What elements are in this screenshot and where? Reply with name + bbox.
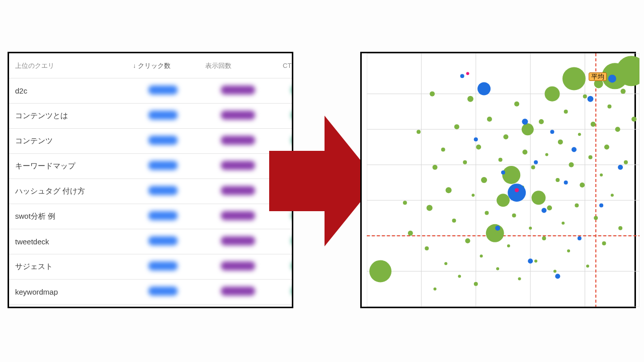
avg-label-badge: 平均	[589, 72, 607, 81]
svg-point-96	[495, 226, 500, 231]
svg-point-69	[569, 162, 574, 167]
cell-clicks	[127, 179, 199, 204]
svg-point-65	[558, 139, 563, 144]
svg-point-19	[408, 231, 413, 236]
cell-impressions	[199, 154, 277, 179]
svg-point-54	[529, 227, 532, 230]
cell-ctr	[277, 254, 293, 280]
cell-clicks	[127, 78, 199, 104]
query-table-panel: 上位のクエリ ↓クリック数 表示回数 CTR d2cコンテンツとはコンテンツキー…	[8, 52, 293, 308]
svg-point-28	[452, 219, 456, 223]
table-row[interactable]: tweetdeck	[9, 229, 293, 254]
svg-point-110	[608, 74, 616, 82]
svg-point-20	[417, 130, 421, 134]
svg-point-82	[604, 144, 609, 149]
svg-point-27	[446, 187, 452, 193]
bubble-chart-panel: 平均	[360, 52, 636, 308]
svg-point-33	[467, 96, 473, 102]
table-row[interactable]: swot分析 例	[9, 204, 293, 229]
table-row[interactable]: キーワードマップ	[9, 154, 293, 179]
table-row[interactable]: コンテンツとは	[9, 104, 293, 129]
sort-down-icon: ↓	[133, 62, 136, 69]
header-ctr[interactable]: CTR	[277, 53, 293, 78]
svg-point-76	[588, 155, 592, 159]
table-row[interactable]: コンテンツ	[9, 129, 293, 154]
cell-impressions	[199, 179, 277, 204]
svg-point-30	[458, 275, 461, 278]
header-query[interactable]: 上位のクエリ	[9, 53, 127, 78]
svg-point-88	[620, 89, 625, 94]
svg-point-22	[427, 205, 433, 211]
svg-point-105	[564, 180, 568, 185]
table-row[interactable]: keywordmap	[9, 280, 293, 305]
table-row[interactable]: d2c	[9, 78, 293, 104]
svg-point-98	[508, 184, 526, 202]
cell-query: サジェスト	[9, 254, 127, 280]
svg-point-112	[466, 72, 469, 75]
svg-point-46	[507, 244, 510, 247]
svg-point-37	[480, 254, 483, 257]
svg-point-72	[578, 133, 581, 136]
svg-point-64	[555, 178, 559, 182]
svg-point-43	[499, 158, 503, 162]
svg-point-89	[624, 160, 628, 164]
svg-point-45	[503, 134, 508, 139]
header-clicks[interactable]: ↓クリック数	[127, 53, 199, 78]
svg-point-67	[564, 110, 568, 114]
svg-point-34	[471, 194, 474, 197]
svg-point-47	[502, 166, 520, 184]
cell-clicks	[127, 254, 199, 280]
svg-point-52	[522, 150, 527, 155]
svg-point-80	[600, 173, 603, 176]
svg-point-86	[615, 127, 620, 132]
svg-point-84	[611, 194, 614, 197]
svg-point-36	[476, 144, 481, 149]
svg-point-59	[542, 236, 546, 240]
cell-clicks	[127, 104, 199, 129]
svg-point-75	[586, 264, 589, 267]
svg-point-70	[562, 67, 586, 90]
cell-impressions	[199, 229, 277, 254]
cell-query: コンテンツとは	[9, 104, 127, 129]
table-row[interactable]: ハッシュタグ 付け方	[9, 179, 293, 204]
cell-query: tweetdeck	[9, 229, 127, 254]
svg-point-102	[541, 208, 546, 213]
svg-point-109	[599, 203, 603, 207]
svg-point-35	[474, 282, 478, 286]
svg-point-66	[561, 222, 565, 225]
cell-impressions	[199, 104, 277, 129]
cell-impressions	[199, 78, 277, 104]
cell-clicks	[127, 129, 199, 154]
cell-ctr	[277, 280, 293, 305]
svg-point-91	[631, 117, 636, 122]
svg-point-17	[369, 260, 391, 282]
svg-point-74	[583, 95, 587, 99]
svg-point-92	[430, 92, 435, 97]
table-row[interactable]: サジェスト	[9, 254, 293, 280]
header-impressions[interactable]: 表示回数	[199, 53, 277, 78]
svg-point-93	[460, 74, 464, 78]
svg-point-111	[618, 165, 623, 170]
svg-point-71	[575, 203, 579, 207]
svg-point-94	[474, 137, 478, 141]
header-clicks-label: クリック数	[138, 62, 171, 69]
svg-point-31	[463, 160, 467, 164]
svg-point-24	[433, 165, 438, 170]
cell-clicks	[127, 204, 199, 229]
svg-point-53	[522, 123, 534, 135]
query-table: 上位のクエリ ↓クリック数 表示回数 CTR d2cコンテンツとはコンテンツキー…	[9, 53, 293, 305]
svg-point-48	[512, 214, 516, 218]
cell-query: キーワードマップ	[9, 154, 127, 179]
svg-point-58	[539, 119, 544, 124]
svg-point-38	[481, 177, 487, 183]
svg-point-39	[485, 211, 489, 215]
svg-point-25	[441, 148, 445, 152]
bubble-chart	[367, 53, 639, 307]
svg-point-55	[531, 165, 535, 169]
svg-point-40	[487, 117, 492, 122]
table-header-row: 上位のクエリ ↓クリック数 表示回数 CTR	[9, 53, 293, 78]
svg-point-113	[515, 188, 519, 192]
svg-point-62	[545, 86, 560, 102]
cell-impressions	[199, 129, 277, 154]
svg-point-106	[572, 147, 577, 152]
